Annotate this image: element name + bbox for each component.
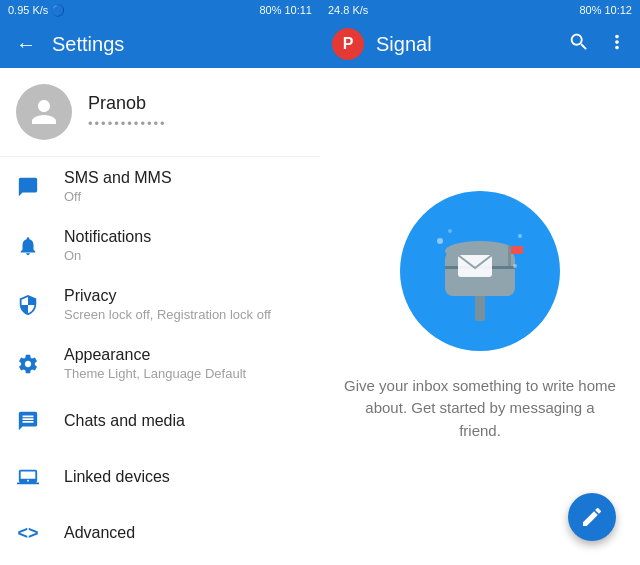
- svg-rect-5: [511, 246, 523, 254]
- compose-fab[interactable]: [568, 493, 616, 541]
- signal-avatar: P: [332, 28, 364, 60]
- svg-point-7: [437, 238, 443, 244]
- notifications-text: Notifications On: [64, 228, 151, 263]
- signal-avatar-letter: P: [343, 35, 354, 53]
- settings-panel: 0.95 K/s 🔵 80% 10:11 ← Settings Pranob •…: [0, 0, 320, 565]
- sms-mms-title: SMS and MMS: [64, 169, 172, 187]
- linked-devices-title: Linked devices: [64, 468, 170, 486]
- svg-point-10: [513, 264, 517, 268]
- avatar: [16, 84, 72, 140]
- chats-media-icon: [16, 409, 40, 433]
- appearance-title: Appearance: [64, 346, 246, 364]
- left-bt-icon: 🔵: [51, 4, 65, 17]
- settings-item-linked-devices[interactable]: Linked devices: [0, 449, 320, 505]
- empty-state-text: Give your inbox something to write home …: [344, 375, 616, 443]
- right-status-right: 80% 10:12: [579, 4, 632, 16]
- signal-app-bar: P Signal: [320, 20, 640, 68]
- right-status-bar: 24.8 K/s 80% 10:12: [320, 0, 640, 20]
- right-status-left: 24.8 K/s: [328, 4, 368, 16]
- settings-item-notifications[interactable]: Notifications On: [0, 216, 320, 275]
- sms-mms-text: SMS and MMS Off: [64, 169, 172, 204]
- settings-item-advanced[interactable]: <> Advanced: [0, 505, 320, 561]
- svg-point-8: [518, 234, 522, 238]
- notifications-title: Notifications: [64, 228, 151, 246]
- svg-rect-4: [508, 246, 511, 266]
- sms-mms-icon: [16, 175, 40, 199]
- search-icon[interactable]: [568, 31, 590, 58]
- chats-media-text: Chats and media: [64, 412, 185, 430]
- left-status-right: 80% 10:11: [259, 4, 312, 16]
- notifications-subtitle: On: [64, 248, 151, 263]
- chats-media-title: Chats and media: [64, 412, 185, 430]
- settings-item-appearance[interactable]: Appearance Theme Light, Language Default: [0, 334, 320, 393]
- settings-item-privacy[interactable]: Privacy Screen lock off, Registration lo…: [0, 275, 320, 334]
- linked-devices-text: Linked devices: [64, 468, 170, 486]
- mailbox-illustration: [400, 191, 560, 351]
- empty-state: Give your inbox something to write home …: [320, 68, 640, 565]
- appearance-subtitle: Theme Light, Language Default: [64, 366, 246, 381]
- svg-point-9: [448, 229, 452, 233]
- signal-panel: 24.8 K/s 80% 10:12 P Signal: [320, 0, 640, 565]
- appearance-icon: [16, 352, 40, 376]
- signal-main: 24.8 K/s 80% 10:12 P Signal: [320, 0, 640, 565]
- settings-item-sms-mms[interactable]: SMS and MMS Off: [0, 157, 320, 216]
- back-button[interactable]: ←: [16, 33, 36, 56]
- sms-mms-subtitle: Off: [64, 189, 172, 204]
- privacy-icon: [16, 293, 40, 317]
- left-status-bar: 0.95 K/s 🔵 80% 10:11: [0, 0, 320, 20]
- settings-item-chats-media[interactable]: Chats and media: [0, 393, 320, 449]
- profile-section[interactable]: Pranob ••••••••••••: [0, 68, 320, 157]
- notifications-icon: [16, 234, 40, 258]
- advanced-text: Advanced: [64, 524, 135, 542]
- settings-list: SMS and MMS Off Notifications On: [0, 157, 320, 565]
- profile-name: Pranob: [88, 93, 167, 114]
- privacy-title: Privacy: [64, 287, 271, 305]
- signal-toolbar-icons: [568, 31, 628, 58]
- settings-app-bar: ← Settings: [0, 20, 320, 68]
- profile-info: Pranob ••••••••••••: [88, 93, 167, 131]
- privacy-subtitle: Screen lock off, Registration lock off: [64, 307, 271, 322]
- privacy-text: Privacy Screen lock off, Registration lo…: [64, 287, 271, 322]
- settings-title: Settings: [52, 33, 124, 56]
- advanced-title: Advanced: [64, 524, 135, 542]
- signal-title: Signal: [376, 33, 556, 56]
- left-status-left: 0.95 K/s 🔵: [8, 4, 65, 17]
- profile-number: ••••••••••••: [88, 116, 167, 131]
- advanced-icon: <>: [16, 521, 40, 545]
- left-network-speed: 0.95 K/s: [8, 4, 48, 16]
- linked-devices-icon: [16, 465, 40, 489]
- appearance-text: Appearance Theme Light, Language Default: [64, 346, 246, 381]
- more-options-icon[interactable]: [606, 31, 628, 58]
